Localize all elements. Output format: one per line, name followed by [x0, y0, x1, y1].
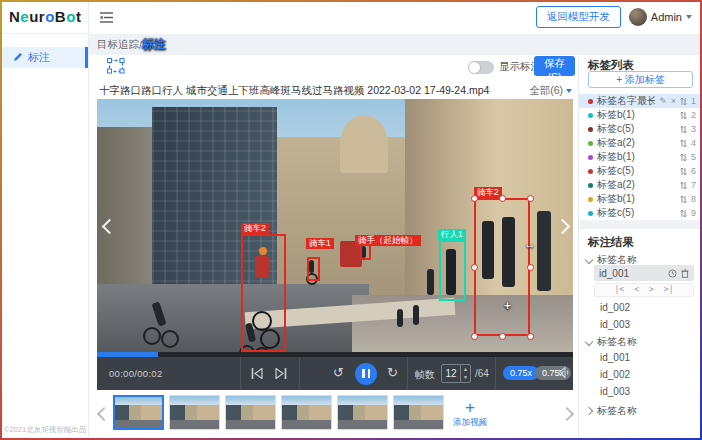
sidebar-item-annotate[interactable]: 标注 [0, 47, 88, 68]
spinner-up-icon[interactable]: ▲ [461, 365, 470, 374]
save-button[interactable]: 保存(S) [534, 56, 575, 76]
strip-right-chevron-icon[interactable] [560, 407, 574, 421]
resize-handle[interactable] [527, 264, 534, 271]
add-tag-button[interactable]: + 添加标签 [588, 71, 693, 88]
resize-cursor-icon: ↔ [524, 237, 536, 251]
bbox-cyclist-1[interactable] [307, 257, 320, 281]
tag-row[interactable]: 标签c(5) 3 [579, 122, 702, 136]
tag-row[interactable]: 标签c(5) 6 [579, 164, 702, 178]
add-video-button[interactable]: + 添加视频 [449, 395, 491, 433]
tag-name: 标签a(2) [597, 178, 676, 192]
resize-handle[interactable] [471, 333, 478, 340]
pagination-first-icon[interactable]: |< [615, 286, 625, 294]
breadcrumb: 目标追踪 / 标注 [88, 34, 702, 55]
time-display: 00:00/00:02 [109, 368, 163, 379]
video-thumbnail-3[interactable] [225, 395, 276, 430]
sidebar-item-label: 标注 [28, 50, 50, 65]
pagination-last-icon[interactable]: >| [664, 286, 674, 294]
tag-row[interactable]: 标签b(1) 5 [579, 150, 702, 164]
edit-tag-icon[interactable]: ✎ [659, 97, 667, 106]
sort-icon[interactable] [680, 97, 687, 106]
video-canvas[interactable]: 骑车2 骑车1 骑手（起始帧） 行人1 骑车2 + ↔ [97, 99, 573, 352]
tag-index: 2 [691, 110, 696, 120]
bbox-label: 骑车1 [306, 238, 334, 249]
tag-row[interactable]: 标签名字最长数... ✎ × 1 [579, 94, 702, 108]
trash-icon[interactable] [681, 269, 689, 278]
bbox-selected[interactable] [474, 198, 530, 336]
sort-icon[interactable] [680, 111, 687, 120]
back-to-model-dev-button[interactable]: 返回模型开发 [536, 6, 621, 28]
sort-icon[interactable] [680, 125, 687, 134]
locate-frame-icon[interactable] [668, 269, 677, 278]
right-panel: 标签列表 + 添加标签 标签名字最长数... ✎ × 1 标签b(1) 2 标签… [579, 55, 702, 440]
resize-handle[interactable] [471, 264, 478, 271]
tag-row[interactable]: 标签b(1) 2 [579, 108, 702, 122]
sort-icon[interactable] [680, 153, 687, 162]
frame-number-input[interactable] [442, 365, 460, 382]
result-row[interactable]: id_002 [600, 369, 630, 380]
divider [407, 357, 408, 390]
logo-letter: o [45, 8, 55, 25]
resize-handle[interactable] [471, 195, 478, 202]
pagination-next-icon[interactable]: > [649, 286, 654, 294]
forward-10-icon[interactable]: ↻ [387, 365, 398, 380]
caret-down-icon [566, 89, 572, 93]
result-row[interactable]: id_003 [600, 319, 630, 330]
menu-fold-icon[interactable] [100, 12, 113, 23]
copyright-text: ©2021北京矩视智能出品 [4, 425, 86, 435]
bbox-rider-startframe[interactable] [360, 244, 371, 260]
resize-handle[interactable] [527, 195, 534, 202]
sort-icon[interactable] [680, 181, 687, 190]
result-row[interactable]: id_003 [600, 386, 630, 397]
spinner-down-icon[interactable]: ▼ [461, 374, 470, 383]
tag-row[interactable]: 标签a(2) 7 [579, 178, 702, 192]
pagination-prev-icon[interactable]: < [634, 286, 639, 294]
replay-10-icon[interactable]: ↺ [333, 365, 344, 380]
sort-icon[interactable] [680, 139, 687, 148]
result-row[interactable]: id_001 [600, 352, 630, 363]
collapse-caret-icon [585, 256, 593, 264]
tag-color-dot [588, 155, 593, 160]
tag-index: 5 [691, 152, 696, 162]
video-thumbnail-2[interactable] [169, 395, 220, 430]
logo-letter: ur [29, 8, 45, 25]
sort-icon[interactable] [680, 209, 687, 218]
filter-dropdown[interactable]: 全部(6) [529, 84, 572, 98]
strip-left-chevron-icon[interactable] [97, 407, 111, 421]
filter-value: 全部(6) [529, 84, 563, 98]
tag-index: 9 [691, 208, 696, 218]
sort-icon[interactable] [680, 167, 687, 176]
tag-row[interactable]: 标签b(1) 8 [579, 192, 702, 206]
resize-handle[interactable] [499, 333, 506, 340]
result-group-header[interactable]: 标签名称 [586, 335, 637, 349]
video-thumbnail-6[interactable] [393, 395, 444, 430]
tag-row[interactable]: 标签c(5) 9 [579, 206, 702, 220]
breadcrumb-parent[interactable]: 目标追踪 [97, 38, 139, 52]
bbox-draw-tool-icon[interactable] [107, 58, 125, 78]
tag-row[interactable]: 标签a(2) 4 [579, 136, 702, 150]
tag-index: 6 [691, 166, 696, 176]
result-id: id_001 [599, 268, 664, 279]
delete-tag-icon[interactable]: × [671, 97, 676, 106]
video-thumbnail-4[interactable] [281, 395, 332, 430]
logo-letter: o [66, 8, 76, 25]
resize-handle[interactable] [527, 333, 534, 340]
user-menu[interactable]: Admin [629, 8, 692, 26]
result-group-header[interactable]: 标签名称 [586, 404, 637, 418]
bbox-pedestrian-1[interactable] [439, 240, 466, 301]
speed-pill-active[interactable]: 0.75x [503, 366, 539, 380]
bbox-cyclist-2[interactable] [241, 234, 286, 352]
sort-icon[interactable] [680, 195, 687, 204]
app-window: NeuroBot 标注 ©2021北京矩视智能出品 返回模型开发 Admin 目… [0, 0, 702, 440]
scene-pedestrian [537, 211, 551, 291]
scene-wheel [161, 330, 179, 348]
tag-index: 8 [691, 194, 696, 204]
video-thumbnail-5[interactable] [337, 395, 388, 430]
result-row[interactable]: id_002 [600, 302, 630, 313]
logo: NeuroBot [0, 0, 88, 34]
show-annotation-toggle[interactable] [468, 61, 494, 74]
result-row-selected[interactable]: id_001 [594, 265, 694, 281]
resize-handle[interactable] [499, 195, 506, 202]
pause-button[interactable] [355, 363, 377, 385]
video-thumbnail-1[interactable] [113, 395, 164, 430]
